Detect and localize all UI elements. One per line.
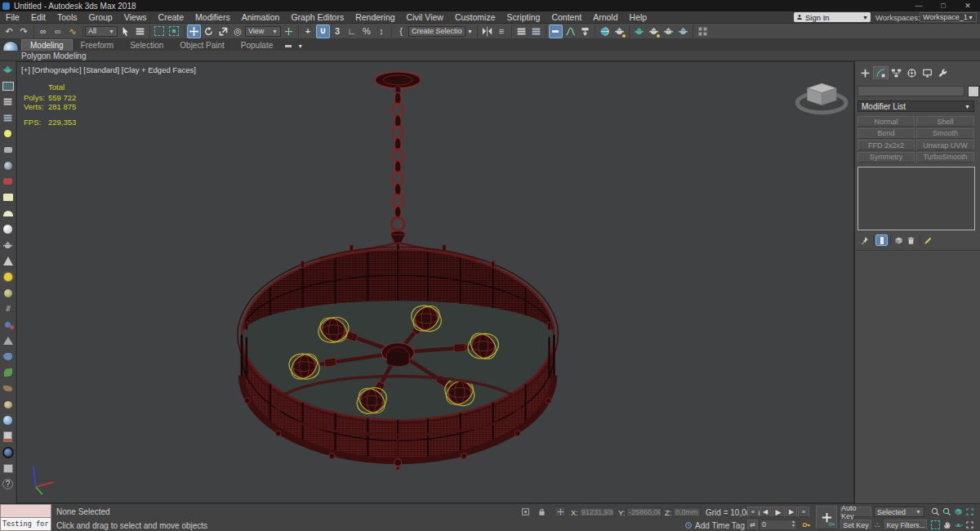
window-crossing-icon[interactable] (167, 25, 181, 38)
polygon-modeling-panel-label[interactable]: Polygon Modeling (0, 51, 87, 60)
render-production-icon[interactable] (647, 25, 661, 38)
menu-group[interactable]: Group (83, 12, 118, 22)
orbit-icon[interactable] (952, 520, 964, 530)
strip-mountain-icon[interactable] (1, 333, 16, 350)
object-name-field[interactable] (858, 86, 964, 96)
modifier-stack-list[interactable] (858, 167, 975, 230)
strip-help-icon[interactable]: ? (1, 476, 16, 493)
reference-coordinate-system-dropdown[interactable]: View▼ (245, 26, 281, 37)
previous-frame-button[interactable]: ◀ (760, 506, 771, 517)
go-to-end-button[interactable]: » (798, 506, 809, 517)
menu-views[interactable]: Views (118, 12, 153, 22)
auto-key-button[interactable]: Auto Key (840, 506, 871, 517)
menu-modifiers[interactable]: Modifiers (189, 12, 236, 22)
strip-shaded-sphere-icon[interactable] (1, 158, 16, 174)
modifier-button-symmetry[interactable]: Symmetry (858, 152, 915, 163)
zoom-extents-icon[interactable] (952, 506, 964, 517)
pin-stack-icon[interactable] (858, 234, 871, 246)
object-color-swatch[interactable] (968, 86, 979, 97)
next-frame-button[interactable]: ▶ (786, 506, 797, 517)
strip-render-teapot-icon[interactable] (1, 62, 16, 78)
strip-spheres-icon[interactable] (1, 317, 16, 333)
chandelier-model[interactable] (238, 72, 559, 470)
y-coordinate-field[interactable]: -25860,09m (626, 507, 662, 517)
use-pivot-point-icon[interactable]: ◎ (231, 25, 245, 38)
sign-in-button[interactable]: Sign In▼ (794, 12, 871, 22)
select-and-rotate-icon[interactable] (202, 25, 216, 38)
menu-help[interactable]: Help (624, 12, 653, 22)
named-selection-set-field[interactable]: Create Selection Se (408, 26, 466, 37)
ribbon-tab-freeform[interactable]: Freeform (73, 40, 122, 51)
pan-hand-icon[interactable] (941, 520, 952, 530)
viewport[interactable]: [+] [Orthographic] [Standard] [Clay + Ed… (16, 61, 854, 503)
strip-moon-icon[interactable] (1, 285, 16, 301)
rectangular-selection-region-icon[interactable] (153, 25, 167, 38)
strip-blue-sphere-icon[interactable] (1, 413, 16, 429)
add-time-tag-text[interactable]: Add Time Tag (695, 521, 745, 530)
strip-bird-icon[interactable] (1, 381, 16, 397)
frame-spinner[interactable]: ▲▼ (791, 520, 795, 528)
select-object-icon[interactable] (118, 25, 132, 38)
workspace-dropdown[interactable]: Workspace_1▼ (920, 12, 977, 22)
make-unique-icon[interactable] (893, 234, 905, 246)
modifier-list-dropdown[interactable]: Modifier List▼ (858, 100, 974, 112)
close-button[interactable]: ✕ (956, 2, 980, 10)
isolate-selection-icon[interactable] (519, 506, 531, 517)
strip-clipboard-icon[interactable] (1, 429, 16, 445)
ribbon-tab-populate[interactable]: Populate (233, 40, 281, 51)
strip-teapot-icon[interactable] (1, 238, 16, 254)
edit-named-selection-sets-icon[interactable]: { (394, 25, 408, 38)
hierarchy-tab-icon[interactable] (889, 66, 904, 79)
set-key-button[interactable]: Set Key (840, 520, 871, 530)
strip-list2-icon[interactable] (1, 110, 16, 127)
menu-customize[interactable]: Customize (449, 12, 501, 22)
x-coordinate-field[interactable]: 91231,93m (579, 507, 614, 517)
menu-edit[interactable]: Edit (25, 12, 51, 22)
strip-dark-sphere-icon[interactable] (1, 444, 16, 461)
menu-file[interactable]: File (0, 12, 25, 22)
selected-set-dropdown[interactable]: Selected▼ (874, 506, 924, 517)
utilities-tab-icon[interactable] (935, 66, 951, 79)
modifier-button-unwrap-uvw[interactable]: Unwrap UVW (916, 140, 974, 150)
motion-tab-icon[interactable] (904, 66, 920, 79)
show-end-result-icon[interactable] (875, 234, 888, 246)
menu-rendering[interactable]: Rendering (350, 12, 400, 22)
ribbon-tab-object-paint[interactable]: Object Paint (172, 40, 232, 51)
zoom-region-icon[interactable] (929, 520, 941, 530)
scene-explorer-icon[interactable] (529, 25, 543, 38)
bind-to-space-warp-icon[interactable]: ∿ (66, 25, 80, 38)
selection-filter-dropdown[interactable]: All▼ (85, 26, 118, 37)
ribbon-toggle-icon[interactable] (549, 25, 563, 38)
strip-rain-icon[interactable]: /// (1, 301, 16, 318)
go-to-start-button[interactable]: « (747, 506, 759, 517)
strip-sun-icon[interactable] (1, 270, 16, 286)
ribbon-minimize-icon[interactable] (282, 41, 296, 51)
modifier-button-smooth[interactable]: Smooth (916, 128, 974, 139)
curve-editor-icon[interactable] (564, 25, 577, 38)
modifier-button-turbosmooth[interactable]: TurboSmooth (916, 152, 974, 163)
layer-manager-icon[interactable] (514, 25, 528, 38)
strip-render-frame-icon[interactable] (1, 78, 16, 95)
strip-foliage-icon[interactable] (1, 365, 16, 382)
select-and-move-icon[interactable] (187, 25, 201, 38)
configure-modifier-sets-icon[interactable] (922, 234, 934, 246)
view-cube[interactable] (797, 83, 846, 113)
rendered-frame-window-icon[interactable] (632, 25, 646, 38)
set-keys-big-button[interactable] (816, 506, 837, 529)
render-in-cloud-icon[interactable] (676, 25, 690, 38)
strip-sphere-icon[interactable] (1, 221, 16, 238)
menu-create[interactable]: Create (153, 12, 190, 22)
ribbon-tab-selection[interactable]: Selection (122, 40, 172, 51)
create-tab-icon[interactable] (858, 66, 873, 79)
modify-tab-icon[interactable] (873, 66, 889, 79)
render-iterative-icon[interactable] (662, 25, 675, 38)
modifier-button-shell[interactable]: Shell (916, 116, 974, 127)
mirror-icon[interactable] (480, 25, 494, 38)
ribbon-tab-modeling[interactable]: Modeling (21, 39, 73, 51)
zoom-icon[interactable] (929, 506, 941, 517)
menu-arnold[interactable]: Arnold (587, 12, 623, 22)
remove-modifier-icon[interactable] (905, 234, 917, 246)
strip-list-icon[interactable] (1, 94, 16, 110)
maxscript-mini-listener-white[interactable]: Testing for i (0, 517, 51, 531)
keyboard-shortcut-override-icon[interactable]: + (301, 25, 315, 38)
